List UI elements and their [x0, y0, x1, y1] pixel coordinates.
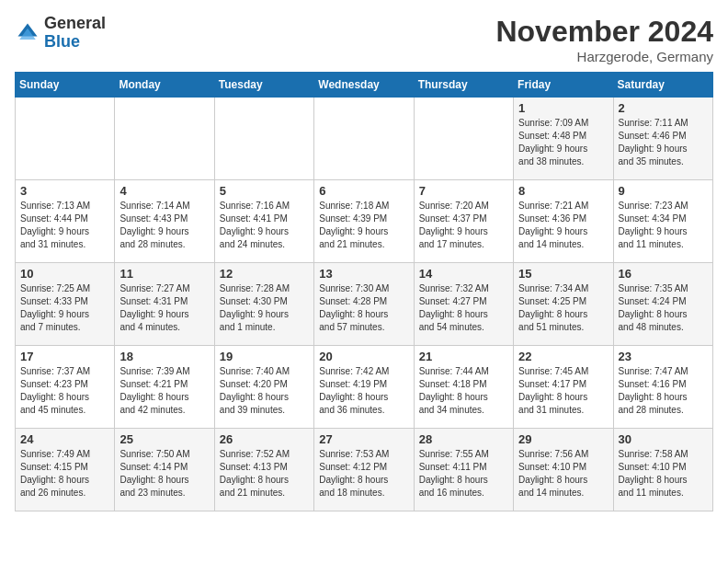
day-number: 30	[619, 432, 708, 446]
day-info: Sunrise: 7:37 AM Sunset: 4:23 PM Dayligh…	[20, 365, 109, 417]
calendar-cell: 23Sunrise: 7:47 AM Sunset: 4:16 PM Dayli…	[613, 346, 712, 429]
weekday-header-saturday: Saturday	[613, 73, 712, 98]
calendar-cell: 8Sunrise: 7:21 AM Sunset: 4:36 PM Daylig…	[514, 180, 613, 263]
day-info: Sunrise: 7:14 AM Sunset: 4:43 PM Dayligh…	[119, 200, 209, 251]
day-number: 22	[518, 350, 608, 363]
day-info: Sunrise: 7:50 AM Sunset: 4:14 PM Dayligh…	[119, 448, 209, 500]
day-number: 16	[619, 267, 708, 281]
calendar-cell: 29Sunrise: 7:56 AM Sunset: 4:10 PM Dayli…	[514, 429, 613, 511]
day-info: Sunrise: 7:35 AM Sunset: 4:24 PM Dayligh…	[619, 282, 708, 334]
day-info: Sunrise: 7:30 AM Sunset: 4:28 PM Dayligh…	[319, 282, 408, 334]
location-subtitle: Harzgerode, Germany	[495, 49, 713, 64]
weekday-header-row: SundayMondayTuesdayWednesdayThursdayFrid…	[16, 73, 713, 98]
calendar-cell: 3Sunrise: 7:13 AM Sunset: 4:44 PM Daylig…	[16, 180, 115, 263]
day-info: Sunrise: 7:18 AM Sunset: 4:39 PM Dayligh…	[319, 200, 408, 251]
weekday-header-tuesday: Tuesday	[214, 73, 313, 98]
calendar-cell	[16, 98, 115, 180]
calendar-cell: 13Sunrise: 7:30 AM Sunset: 4:28 PM Dayli…	[314, 263, 414, 346]
calendar-cell: 18Sunrise: 7:39 AM Sunset: 4:21 PM Dayli…	[115, 346, 214, 429]
calendar-cell: 17Sunrise: 7:37 AM Sunset: 4:23 PM Dayli…	[16, 346, 115, 429]
day-number: 20	[319, 350, 408, 363]
day-number: 1	[518, 101, 608, 115]
calendar-cell: 6Sunrise: 7:18 AM Sunset: 4:39 PM Daylig…	[314, 180, 414, 263]
calendar-cell: 4Sunrise: 7:14 AM Sunset: 4:43 PM Daylig…	[115, 180, 214, 263]
day-info: Sunrise: 7:34 AM Sunset: 4:25 PM Dayligh…	[518, 282, 608, 334]
calendar-cell: 21Sunrise: 7:44 AM Sunset: 4:18 PM Dayli…	[414, 346, 513, 429]
day-info: Sunrise: 7:47 AM Sunset: 4:16 PM Dayligh…	[619, 365, 708, 417]
day-number: 26	[220, 432, 309, 446]
day-number: 21	[419, 350, 508, 363]
calendar-cell: 9Sunrise: 7:23 AM Sunset: 4:34 PM Daylig…	[613, 180, 712, 263]
day-number: 9	[619, 184, 708, 198]
calendar-cell: 10Sunrise: 7:25 AM Sunset: 4:33 PM Dayli…	[16, 263, 115, 346]
weekday-header-sunday: Sunday	[16, 73, 115, 98]
day-number: 17	[20, 350, 109, 363]
calendar-week-row: 17Sunrise: 7:37 AM Sunset: 4:23 PM Dayli…	[16, 346, 713, 429]
calendar-week-row: 24Sunrise: 7:49 AM Sunset: 4:15 PM Dayli…	[16, 429, 713, 511]
calendar-cell	[115, 98, 214, 180]
calendar-cell: 30Sunrise: 7:58 AM Sunset: 4:10 PM Dayli…	[613, 429, 712, 511]
day-number: 12	[220, 267, 309, 281]
day-number: 15	[518, 267, 608, 281]
day-info: Sunrise: 7:55 AM Sunset: 4:11 PM Dayligh…	[419, 448, 508, 500]
day-number: 13	[319, 267, 408, 281]
day-info: Sunrise: 7:32 AM Sunset: 4:27 PM Dayligh…	[419, 282, 508, 334]
day-number: 4	[119, 184, 209, 198]
weekday-header-wednesday: Wednesday	[314, 73, 414, 98]
day-number: 6	[319, 184, 408, 198]
day-number: 24	[20, 432, 109, 446]
calendar-cell: 27Sunrise: 7:53 AM Sunset: 4:12 PM Dayli…	[314, 429, 414, 511]
title-block: November 2024 Harzgerode, Germany	[495, 15, 713, 64]
calendar-cell: 28Sunrise: 7:55 AM Sunset: 4:11 PM Dayli…	[414, 429, 513, 511]
day-info: Sunrise: 7:49 AM Sunset: 4:15 PM Dayligh…	[20, 448, 109, 500]
calendar-cell: 5Sunrise: 7:16 AM Sunset: 4:41 PM Daylig…	[214, 180, 313, 263]
day-number: 18	[119, 350, 209, 363]
day-number: 5	[220, 184, 309, 198]
day-info: Sunrise: 7:28 AM Sunset: 4:30 PM Dayligh…	[220, 282, 309, 334]
logo-general-text: General	[44, 14, 106, 32]
calendar-cell	[314, 98, 414, 180]
calendar-week-row: 3Sunrise: 7:13 AM Sunset: 4:44 PM Daylig…	[16, 180, 713, 263]
calendar-cell: 25Sunrise: 7:50 AM Sunset: 4:14 PM Dayli…	[115, 429, 214, 511]
day-number: 19	[220, 350, 309, 363]
day-number: 27	[319, 432, 408, 446]
calendar-cell: 1Sunrise: 7:09 AM Sunset: 4:48 PM Daylig…	[514, 98, 613, 180]
day-info: Sunrise: 7:09 AM Sunset: 4:48 PM Dayligh…	[518, 117, 608, 168]
day-number: 10	[20, 267, 109, 281]
day-info: Sunrise: 7:21 AM Sunset: 4:36 PM Dayligh…	[518, 200, 608, 251]
day-info: Sunrise: 7:16 AM Sunset: 4:41 PM Dayligh…	[220, 200, 309, 251]
weekday-header-friday: Friday	[514, 73, 613, 98]
day-info: Sunrise: 7:27 AM Sunset: 4:31 PM Dayligh…	[119, 282, 209, 334]
day-info: Sunrise: 7:45 AM Sunset: 4:17 PM Dayligh…	[518, 365, 608, 417]
weekday-header-thursday: Thursday	[414, 73, 513, 98]
calendar-table: SundayMondayTuesdayWednesdayThursdayFrid…	[15, 72, 713, 511]
day-info: Sunrise: 7:25 AM Sunset: 4:33 PM Dayligh…	[20, 282, 109, 334]
day-info: Sunrise: 7:20 AM Sunset: 4:37 PM Dayligh…	[419, 200, 508, 251]
day-number: 2	[619, 101, 708, 115]
logo-icon	[15, 20, 40, 46]
weekday-header-monday: Monday	[115, 73, 214, 98]
calendar-week-row: 1Sunrise: 7:09 AM Sunset: 4:48 PM Daylig…	[16, 98, 713, 180]
day-number: 23	[619, 350, 708, 363]
calendar-cell: 24Sunrise: 7:49 AM Sunset: 4:15 PM Dayli…	[16, 429, 115, 511]
day-info: Sunrise: 7:39 AM Sunset: 4:21 PM Dayligh…	[119, 365, 209, 417]
calendar-cell: 2Sunrise: 7:11 AM Sunset: 4:46 PM Daylig…	[613, 98, 712, 180]
calendar-cell: 22Sunrise: 7:45 AM Sunset: 4:17 PM Dayli…	[514, 346, 613, 429]
calendar-cell: 16Sunrise: 7:35 AM Sunset: 4:24 PM Dayli…	[613, 263, 712, 346]
calendar-cell	[414, 98, 513, 180]
day-info: Sunrise: 7:23 AM Sunset: 4:34 PM Dayligh…	[619, 200, 708, 251]
day-info: Sunrise: 7:52 AM Sunset: 4:13 PM Dayligh…	[220, 448, 309, 500]
calendar-cell: 15Sunrise: 7:34 AM Sunset: 4:25 PM Dayli…	[514, 263, 613, 346]
logo: General Blue	[15, 15, 106, 52]
page-header: General Blue November 2024 Harzgerode, G…	[15, 15, 713, 64]
calendar-cell: 12Sunrise: 7:28 AM Sunset: 4:30 PM Dayli…	[214, 263, 313, 346]
day-number: 25	[119, 432, 209, 446]
day-number: 28	[419, 432, 508, 446]
calendar-cell: 20Sunrise: 7:42 AM Sunset: 4:19 PM Dayli…	[314, 346, 414, 429]
calendar-week-row: 10Sunrise: 7:25 AM Sunset: 4:33 PM Dayli…	[16, 263, 713, 346]
day-info: Sunrise: 7:56 AM Sunset: 4:10 PM Dayligh…	[518, 448, 608, 500]
day-number: 8	[518, 184, 608, 198]
day-info: Sunrise: 7:44 AM Sunset: 4:18 PM Dayligh…	[419, 365, 508, 417]
day-info: Sunrise: 7:13 AM Sunset: 4:44 PM Dayligh…	[20, 200, 109, 251]
calendar-cell: 14Sunrise: 7:32 AM Sunset: 4:27 PM Dayli…	[414, 263, 513, 346]
